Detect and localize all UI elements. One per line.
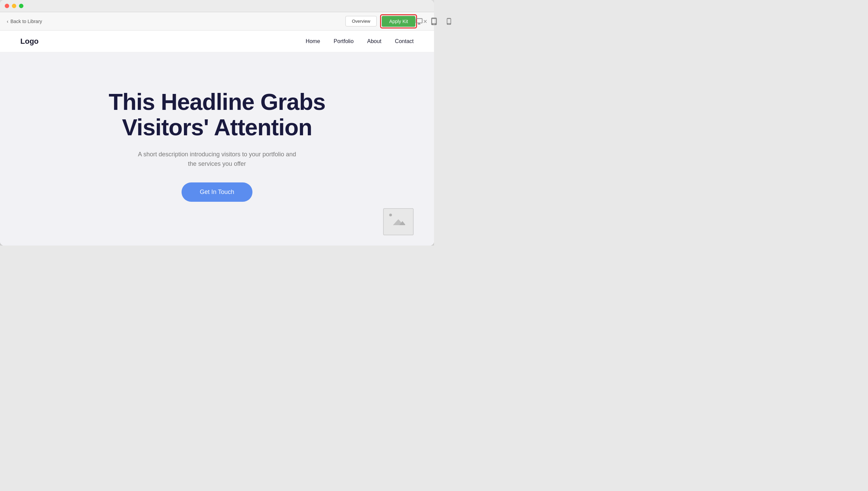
preview-area: Logo Home Portfolio About Contact This H…: [0, 31, 434, 246]
back-chevron-icon: ‹: [7, 19, 8, 24]
toolbar: ‹ Back to Library: [0, 12, 434, 31]
placeholder-mountain-icon: [392, 217, 405, 227]
overview-button[interactable]: Overview: [345, 16, 377, 26]
toolbar-center: [415, 18, 434, 25]
nav-item-portfolio[interactable]: Portfolio: [334, 38, 354, 44]
app-window: ‹ Back to Library: [0, 0, 434, 246]
apply-kit-button[interactable]: Apply Kit: [382, 16, 415, 27]
back-to-library-button[interactable]: ‹ Back to Library: [7, 19, 42, 24]
hero-cta-button[interactable]: Get In Touch: [182, 182, 253, 202]
site-logo: Logo: [20, 37, 39, 46]
title-bar: [0, 0, 434, 12]
tablet-icon: [430, 18, 434, 25]
hero-headline: This Headline Grabs Visitors' Attention: [81, 89, 353, 140]
nav-item-home[interactable]: Home: [306, 38, 320, 44]
tablet-device-button[interactable]: [430, 18, 434, 25]
hero-section: This Headline Grabs Visitors' Attention …: [0, 52, 434, 246]
back-to-library-label: Back to Library: [11, 19, 42, 24]
nav-item-contact[interactable]: Contact: [395, 38, 414, 44]
close-traffic-light[interactable]: [5, 4, 9, 8]
hero-description: A short description introducing visitors…: [136, 150, 299, 169]
apply-kit-wrapper: Apply Kit: [380, 14, 417, 28]
placeholder-dot: [389, 214, 392, 216]
desktop-device-button[interactable]: [415, 18, 423, 25]
toolbar-right: Overview Apply Kit ×: [345, 14, 427, 28]
nav-item-about[interactable]: About: [367, 38, 381, 44]
placeholder-image: [383, 208, 414, 235]
traffic-lights: [5, 4, 23, 8]
desktop-icon: [415, 18, 423, 25]
site-navbar: Logo Home Portfolio About Contact: [0, 31, 434, 52]
maximize-traffic-light[interactable]: [19, 4, 23, 8]
minimize-traffic-light[interactable]: [12, 4, 16, 8]
toolbar-left: ‹ Back to Library: [7, 19, 42, 24]
site-nav: Home Portfolio About Contact: [306, 38, 414, 44]
